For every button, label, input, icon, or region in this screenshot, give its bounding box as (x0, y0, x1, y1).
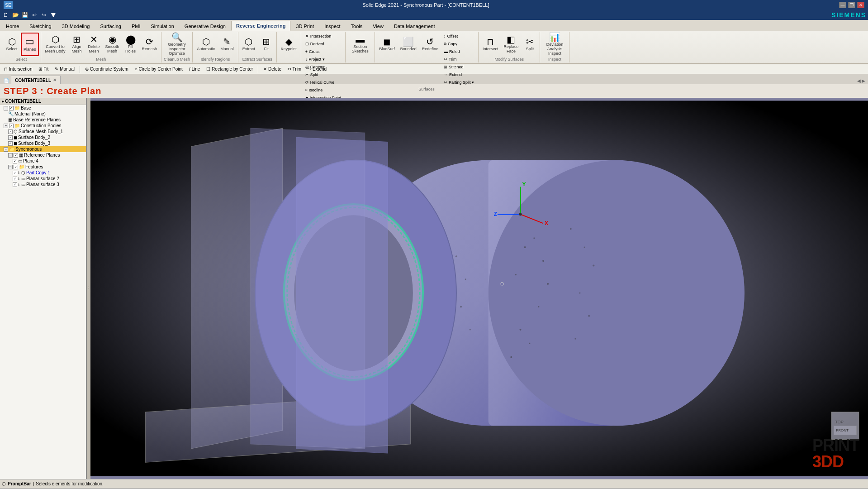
toolbar-fit[interactable]: ⊞ Fit (36, 66, 51, 72)
close-btn[interactable]: ✕ (857, 2, 864, 8)
qa-more-btn[interactable]: ⯆ (49, 11, 57, 19)
fill-holes-btn[interactable]: ⬤ FillHoles (123, 33, 139, 56)
doc-tab-content1bell[interactable]: CONTENT1BELL ✕ (11, 76, 61, 84)
toolbar-intersection[interactable]: ⊓ Intersection (2, 66, 34, 72)
copy-btn[interactable]: ⧉Copy (441, 40, 476, 48)
body2-checkbox[interactable] (8, 135, 13, 140)
automatic-btn[interactable]: ⬡ Automatic (194, 33, 217, 56)
tab-reverse-engineering[interactable]: Reverse Engineering (231, 21, 290, 31)
toolbar-trim[interactable]: ✂ Trim (285, 66, 304, 72)
tab-pmi[interactable]: PMI (127, 21, 146, 31)
tab-sketching[interactable]: Sketching (24, 21, 56, 31)
base-expander[interactable]: − (4, 106, 8, 110)
tab-simulation[interactable]: Simulation (146, 21, 179, 31)
project-btn[interactable]: ↓Project ▾ (303, 56, 327, 63)
parting-split-btn[interactable]: ✂Parting Split ▾ (441, 79, 476, 86)
tree-item-surface-mesh-1[interactable]: ⬡ Surface Mesh Body_1 (0, 129, 86, 134)
convert-mesh-btn[interactable]: ⬡ Convert toMesh Body (43, 33, 68, 56)
smooth-mesh-btn[interactable]: ◉ SmoothMesh (103, 33, 122, 56)
tab-nav-left[interactable]: ◀ (857, 78, 861, 83)
tab-surfacing[interactable]: Surfacing (95, 21, 126, 31)
tree-item-construction-bodies[interactable]: − 📁 Construction Bodies (0, 123, 86, 129)
ref-planes-checkbox[interactable] (14, 153, 18, 158)
tree-item-reference-planes[interactable]: − ▦ Reference Planes (0, 152, 86, 158)
toolbar-circle-center[interactable]: ○ Circle by Center Point (133, 66, 185, 72)
tab-tools[interactable]: Tools (346, 21, 368, 31)
offset-btn[interactable]: ↕Offset (441, 33, 476, 40)
body3-checkbox[interactable] (8, 141, 13, 146)
tree-item-plane4[interactable]: ▭ Plane 4 (0, 158, 86, 164)
manual-btn[interactable]: ✎ Manual (218, 33, 236, 56)
construction-expander[interactable]: − (4, 124, 8, 128)
split-modify-btn[interactable]: ✂ Split (522, 33, 538, 56)
tree-item-surface-body-3[interactable]: ◼ Surface Body_3 (0, 140, 86, 146)
redefine-btn[interactable]: ↺ Redefine (420, 33, 441, 56)
bounded-btn[interactable]: ⬜ Bounded (398, 33, 419, 56)
tree-item-base-ref-planes[interactable]: ▦ Base Reference Planes (0, 117, 86, 123)
toolbar-delete[interactable]: ✕ Delete (261, 66, 284, 72)
fit-btn[interactable]: ⊞ Fit (258, 33, 275, 56)
restore-btn[interactable]: ❐ (848, 2, 855, 8)
derived-btn[interactable]: ⊡Derived (303, 40, 327, 48)
planar3-checkbox[interactable] (13, 182, 17, 187)
open-btn[interactable]: 📂 (11, 11, 19, 19)
tab-generative-design[interactable]: Generative Design (180, 21, 231, 31)
ruled-btn[interactable]: ▬Ruled (441, 48, 476, 55)
tab-inspect[interactable]: Inspect (319, 21, 345, 31)
viewport[interactable]: Z Y X (90, 98, 868, 479)
tree-item-planar-surface-2[interactable]: ℹ ▭ Planar surface 2 (0, 176, 86, 182)
toolbar-manual[interactable]: ✎ Manual (52, 66, 77, 72)
toolbar-line[interactable]: / Line (187, 66, 202, 72)
tree-item-surface-body-2[interactable]: ◼ Surface Body_2 (0, 134, 86, 140)
helical-curve-btn[interactable]: ⟳Helical Curve (303, 79, 337, 86)
keypoint-btn[interactable]: ◆ Keypoint (279, 33, 299, 56)
replace-face-btn[interactable]: ◧ ReplaceFace (501, 33, 521, 56)
extract-btn[interactable]: ⬡ Extract (240, 33, 257, 56)
toolbar-coord-system[interactable]: ⊕ Coordinate System (83, 66, 131, 72)
tab-nav-right[interactable]: ▶ (862, 78, 865, 83)
toolbar-extend[interactable]: ⤳ Extend (305, 66, 329, 72)
tab-data-management[interactable]: Data Management (389, 21, 440, 31)
planes-btn[interactable]: ▭ Planes (21, 33, 39, 56)
intersection-btn[interactable]: ✕Intersection (303, 33, 334, 40)
model-tree-expand[interactable]: ▸ (2, 99, 4, 104)
cross-btn[interactable]: +Cross (303, 48, 322, 55)
plane4-checkbox[interactable] (13, 159, 17, 163)
doc-tab-close[interactable]: ✕ (53, 78, 57, 82)
remesh-btn[interactable]: ⟳ Remesh (140, 33, 160, 56)
sync-expander[interactable]: − (4, 147, 8, 152)
undo-btn[interactable]: ↩ (30, 11, 38, 19)
tab-3d-print[interactable]: 3D Print (291, 21, 319, 31)
planar2-checkbox[interactable] (13, 177, 17, 181)
redo-btn[interactable]: ↪ (40, 11, 48, 19)
tab-home[interactable]: Home (1, 21, 24, 31)
base-checkbox[interactable] (9, 106, 14, 110)
stitched-btn[interactable]: ⊞Stitched (441, 63, 476, 71)
panel-resize-handle[interactable]: ⋮ (87, 98, 90, 479)
deviation-analysis-btn[interactable]: 📊 DeviationAnalysisInspect (542, 33, 567, 56)
new-btn[interactable]: 🗋 (2, 11, 10, 19)
extend-btn[interactable]: ↔Extend (441, 71, 476, 78)
tab-3d-modeling[interactable]: 3D Modeling (57, 21, 95, 31)
window-controls[interactable]: — ❐ ✕ (839, 2, 864, 8)
trim-btn[interactable]: ✂Trim (441, 56, 476, 63)
toolbar-rectangle-center[interactable]: ☐ Rectangle by Center (204, 66, 255, 72)
tree-item-synchronous[interactable]: − 📁 Synchronous (0, 146, 86, 152)
save-btn[interactable]: 💾 (21, 11, 29, 19)
delete-mesh-btn[interactable]: ✕ DeleteMesh (86, 33, 102, 56)
tree-item-planar-surface-3[interactable]: ℹ ▭ Planar surface 3 (0, 182, 86, 187)
bluesurf-btn[interactable]: ◼ BlueSurf (377, 33, 397, 56)
tree-item-part-copy-1[interactable]: ℹ ⬡ Part Copy 1 (0, 170, 86, 176)
align-mesh-btn[interactable]: ⊞ AlignMesh (69, 33, 85, 56)
section-sketches-btn[interactable]: ▬ Section Sketches (347, 33, 373, 56)
minimize-btn[interactable]: — (839, 2, 846, 8)
features-expander[interactable]: − (8, 165, 13, 169)
tree-item-material[interactable]: 🔧 Material (None) (0, 111, 86, 117)
tab-view[interactable]: View (368, 21, 389, 31)
tree-item-features[interactable]: − 📁 Features (0, 164, 86, 170)
construction-checkbox[interactable] (9, 124, 14, 128)
mesh1-checkbox[interactable] (8, 129, 13, 134)
ref-planes-expander[interactable]: − (8, 153, 13, 158)
features-checkbox[interactable] (14, 165, 18, 169)
tree-item-base[interactable]: − 📁 Base (0, 105, 86, 111)
